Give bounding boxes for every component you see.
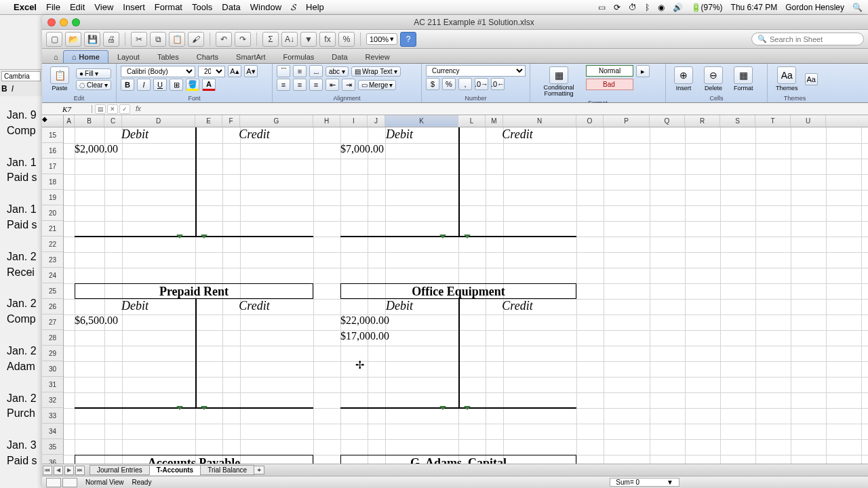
col-header-Q[interactable]: Q — [650, 115, 685, 127]
borders-button[interactable]: ⊞ — [170, 79, 183, 91]
col-header-O[interactable]: O — [576, 115, 604, 127]
name-box[interactable]: K7 — [42, 105, 92, 113]
theme-colors-icon[interactable]: Aa — [805, 73, 818, 85]
merge-button[interactable]: ▭ Merge ▾ — [358, 80, 396, 90]
tab-nav-next-icon[interactable]: ▶ — [64, 466, 74, 475]
window-titlebar[interactable]: AC 211 Example #1 Solution.xlsx — [42, 15, 868, 30]
align-left-icon[interactable]: ≡ — [277, 79, 290, 91]
row-header-30[interactable]: 30 — [42, 361, 63, 377]
bluetooth-icon[interactable]: ᛒ — [645, 3, 650, 12]
row-header-19[interactable]: 19 — [42, 190, 63, 205]
fill-color-button[interactable]: 🪣 — [186, 79, 199, 91]
open-icon[interactable]: 📂 — [65, 32, 81, 47]
col-header-L[interactable]: L — [458, 115, 486, 127]
print-icon[interactable]: 🖨 — [103, 32, 119, 47]
col-header-S[interactable]: S — [720, 115, 755, 127]
col-header-P[interactable]: P — [604, 115, 650, 127]
font-color-button[interactable]: A — [202, 79, 216, 91]
row-header-33[interactable]: 33 — [42, 408, 63, 424]
sync-icon[interactable]: ⟳ — [614, 3, 620, 12]
wrap-text-button[interactable]: ▤ Wrap Text ▾ — [351, 66, 401, 77]
comma-icon[interactable]: , — [458, 78, 472, 90]
bold-button[interactable]: B — [121, 79, 134, 91]
row-header-24[interactable]: 24 — [42, 268, 63, 283]
sheet-tab-taccounts[interactable]: T-Accounts — [149, 465, 201, 475]
shrink-font-icon[interactable]: A▾ — [244, 65, 258, 77]
col-header-I[interactable]: I — [340, 115, 368, 127]
search-box[interactable]: 🔍 — [751, 33, 864, 45]
row-header-23[interactable]: 23 — [42, 252, 63, 268]
menu-format[interactable]: Format — [155, 2, 182, 12]
row-header-21[interactable]: 21 — [42, 221, 63, 237]
paste-icon[interactable]: 📋 — [169, 32, 185, 47]
fx-icon[interactable]: fx — [136, 105, 141, 113]
row-header-31[interactable]: 31 — [42, 377, 63, 392]
undo-icon[interactable]: ↶ — [216, 32, 232, 47]
col-header-D[interactable]: D — [122, 115, 195, 127]
new-doc-icon[interactable]: ▢ — [46, 32, 62, 47]
row-header-26[interactable]: 26 — [42, 299, 63, 314]
row-header-25[interactable]: 25 — [42, 283, 63, 299]
percent-icon[interactable]: % — [442, 78, 456, 90]
number-format-select[interactable]: Currency — [426, 65, 526, 77]
cut-icon[interactable]: ✂ — [131, 32, 147, 47]
menu-scripts-icon[interactable]: 𝓢 — [291, 2, 296, 13]
zoom-selector[interactable]: 100% ▾ — [366, 33, 397, 45]
cancel-formula-icon[interactable]: ✕ — [107, 104, 118, 114]
menu-data[interactable]: Data — [222, 2, 240, 12]
autosum-icon[interactable]: Σ — [262, 32, 279, 47]
themes-button[interactable]: AaThemes — [772, 65, 802, 93]
tab-formulas[interactable]: Formulas — [275, 50, 323, 63]
styles-more-icon[interactable]: ▸ — [636, 65, 650, 77]
sheet-nav-icon[interactable]: ▤ — [95, 104, 106, 114]
row-header-16[interactable]: 16 — [42, 143, 63, 159]
fill-button[interactable]: ● Fill ▾ — [76, 68, 111, 79]
conditional-formatting-button[interactable]: ▦Conditional Formatting — [534, 65, 583, 98]
row-header-17[interactable]: 17 — [42, 159, 63, 174]
menu-file[interactable]: File — [46, 2, 60, 12]
tab-smartart[interactable]: SmartArt — [227, 50, 274, 63]
zoom-icon[interactable] — [72, 18, 80, 26]
menu-help[interactable]: Help — [306, 2, 324, 12]
decimal-inc-icon[interactable]: .0→ — [475, 78, 488, 90]
currency-icon[interactable]: $ — [426, 78, 439, 90]
battery-icon[interactable]: 🔋 (97%) — [691, 3, 723, 12]
volume-icon[interactable]: 🔊 — [673, 3, 683, 12]
menu-view[interactable]: View — [94, 2, 113, 12]
insert-cells-button[interactable]: ⊕Insert — [670, 65, 697, 93]
tab-nav-prev-icon[interactable]: ◀ — [54, 466, 63, 475]
row-header-22[interactable]: 22 — [42, 237, 63, 252]
align-middle-icon[interactable]: ≡ — [293, 65, 307, 77]
redo-icon[interactable]: ↷ — [235, 32, 251, 47]
col-header-M[interactable]: M — [486, 115, 503, 127]
align-bottom-icon[interactable]: ⎵ — [309, 65, 323, 77]
sheet-tab-trialbalance[interactable]: Trial Balance — [200, 465, 254, 475]
status-sum[interactable]: Sum= 0▼ — [610, 478, 679, 487]
accept-formula-icon[interactable]: ✓ — [119, 104, 130, 114]
style-bad[interactable]: Bad — [586, 79, 633, 90]
minimize-icon[interactable] — [60, 18, 68, 26]
spotlight-icon[interactable]: 🔍 — [852, 3, 863, 12]
toolbox-icon[interactable]: fx — [319, 32, 336, 47]
font-name-select[interactable]: Calibri (Body) — [121, 66, 195, 77]
spreadsheet[interactable]: ◆ ABCDEFGHIJKLMNOPQRSTU 1516171819202122… — [42, 115, 868, 464]
delete-cells-button[interactable]: ⊖Delete — [700, 65, 727, 93]
screen-share-icon[interactable]: ▭ — [598, 3, 606, 12]
align-right-icon[interactable]: ≡ — [309, 79, 323, 91]
col-header-E[interactable]: E — [195, 115, 222, 127]
menu-window[interactable]: Window — [250, 2, 281, 12]
tab-layout[interactable]: Layout — [108, 50, 149, 63]
align-center-icon[interactable]: ≡ — [293, 79, 307, 91]
row-header-34[interactable]: 34 — [42, 424, 63, 439]
orientation-button[interactable]: abc ▾ — [326, 66, 349, 77]
row-header-28[interactable]: 28 — [42, 330, 63, 346]
indent-more-icon[interactable]: ⇥ — [342, 79, 355, 91]
decimal-dec-icon[interactable]: .0← — [491, 78, 505, 90]
user-name[interactable]: Gordon Hensley — [785, 3, 844, 12]
col-header-B[interactable]: B — [75, 115, 104, 127]
format-painter-icon[interactable]: 🖌 — [188, 32, 204, 47]
style-normal[interactable]: Normal — [586, 65, 633, 77]
clock[interactable]: Thu 6:47 PM — [731, 3, 778, 12]
cells-area[interactable]: DebitCredit$2,000.00DebitCredit$7,000.00… — [64, 127, 868, 464]
menu-edit[interactable]: Edit — [70, 2, 85, 12]
